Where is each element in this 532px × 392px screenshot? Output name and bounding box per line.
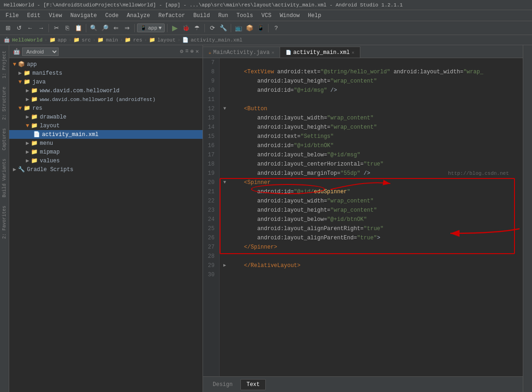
toolbar-btn-paste[interactable]: 📋 <box>73 23 84 33</box>
toolbar-btn-search2[interactable]: 🔎 <box>100 23 110 33</box>
line-num-24: 24 <box>203 215 217 224</box>
folder-icon: 📁 <box>24 78 30 85</box>
project-view-selector[interactable]: Android Project Packages <box>22 48 59 56</box>
sidebar-tab-build[interactable]: Build Variants <box>1 155 8 201</box>
tree-item-res[interactable]: ▼ 📁 res <box>9 104 203 113</box>
tree-item-mipmap[interactable]: ▶ 📁 mipmap <box>9 148 203 156</box>
sync-button[interactable]: ⟳ <box>207 23 217 33</box>
breadcrumb-app[interactable]: app <box>58 37 67 43</box>
tree-item-java[interactable]: ▼ 📁 java <box>9 77 203 86</box>
project-settings-icon[interactable]: ⚙ <box>180 48 183 55</box>
code-line-18: android:layout_centerHorizontal="true" <box>223 160 523 169</box>
tree-label-drawable: drawable <box>40 114 66 120</box>
tree-label-activity-main: activity_main.xml <box>42 131 98 138</box>
breadcrumb-main-icon: 📁 <box>97 37 104 43</box>
breadcrumb-layout[interactable]: layout <box>157 37 176 43</box>
toolbar-btn-copy[interactable]: ⎘ <box>62 23 72 33</box>
line-num-15: 15 <box>203 132 217 141</box>
line-num-9: 9 <box>203 77 217 86</box>
menu-item-edit[interactable]: Edit <box>24 12 44 20</box>
code-line-28 <box>223 252 523 261</box>
breadcrumb-src-icon: 📁 <box>73 37 80 43</box>
line-num-16: 16 <box>203 141 217 150</box>
menu-item-analyze[interactable]: Analyze <box>123 12 154 20</box>
toolbar-btn-cut[interactable]: ✂ <box>51 23 61 33</box>
project-panel: 🤖 Android Project Packages ⚙ ≡ ⊕ ✕ ▼ 📦 <box>9 45 203 392</box>
toolbar-btn-search[interactable]: 🔍 <box>89 23 99 33</box>
app-selector[interactable]: 📱 app ▼ <box>137 24 165 32</box>
debug-button[interactable]: 🐞 <box>181 23 191 33</box>
tree-item-values[interactable]: ▶ 📁 values <box>9 156 203 165</box>
code-line-12: ▼ <Button <box>223 104 523 113</box>
sdk-button[interactable]: 📦 <box>245 23 255 33</box>
menu-item-code[interactable]: Code <box>102 12 122 20</box>
line-num-17: 17 <box>203 150 217 160</box>
tab-mainactivity-label: MainActivity.java <box>213 49 269 56</box>
tree-item-activity-main[interactable]: 📄 activity_main.xml <box>9 130 203 139</box>
breadcrumb-main[interactable]: main <box>106 37 118 43</box>
code-content[interactable]: <TextView android:text="@string/hello_wo… <box>220 58 523 376</box>
project-expand-icon[interactable]: ⊕ <box>191 48 194 55</box>
tree-item-drawable[interactable]: ▶ 📁 drawable <box>9 113 203 121</box>
device-button[interactable]: 📱 <box>256 23 266 33</box>
menu-item-vcs[interactable]: VCS <box>258 12 275 20</box>
breadcrumb-file[interactable]: activity_main.xml <box>191 37 242 43</box>
breadcrumb-helloworld[interactable]: HelloWorld <box>12 37 42 43</box>
tree-item-manifests[interactable]: ▶ 📁 manifests <box>9 69 203 77</box>
project-close-icon[interactable]: ✕ <box>196 48 199 55</box>
tree-item-menu[interactable]: ▶ 📁 menu <box>9 139 203 148</box>
menu-item-tools[interactable]: Tools <box>233 12 257 20</box>
toolbar-btn-redo[interactable]: → <box>36 23 46 33</box>
help-button[interactable]: ? <box>271 23 281 33</box>
sidebar-tab-favorites[interactable]: 2: Favorites <box>1 202 8 243</box>
tab-text[interactable]: Text <box>240 379 266 390</box>
tree-item-gradle[interactable]: ▶ 🔧 Gradle Scripts <box>9 165 203 174</box>
menu-item-navigate[interactable]: Navigate <box>66 12 101 20</box>
menu-item-run[interactable]: Run <box>215 12 232 20</box>
tree-item-pkg2[interactable]: ▶ 📁 www.david.com.helloworld (androidTes… <box>9 95 203 104</box>
tree-expand-icon: ▶ <box>26 96 29 103</box>
breadcrumb-src[interactable]: src <box>82 37 91 43</box>
tab-mainactivity[interactable]: ☕ MainActivity.java ✕ <box>203 47 280 58</box>
tree-expand-icon: ▼ <box>26 123 29 129</box>
sep6 <box>231 24 231 32</box>
tree-expand-icon: ▶ <box>18 70 22 77</box>
toolbar-btn-nav2[interactable]: ⇒ <box>122 23 132 33</box>
line-num-22: 22 <box>203 196 217 206</box>
menu-item-build[interactable]: Build <box>190 12 214 20</box>
tree-item-app[interactable]: ▼ 📦 app <box>9 60 203 69</box>
tab-design[interactable]: Design <box>207 379 239 390</box>
toolbar-btn-undo[interactable]: ← <box>25 23 35 33</box>
line-num-30: 30 <box>203 270 217 279</box>
tab-close-mainactivity[interactable]: ✕ <box>271 50 274 55</box>
menu-item-help[interactable]: Help <box>304 12 325 20</box>
project-sort-icon[interactable]: ≡ <box>185 48 188 55</box>
tab-design-label: Design <box>213 381 233 388</box>
toolbar-btn-1[interactable]: ⊞ <box>3 23 13 33</box>
tree-item-layout[interactable]: ▼ 📁 layout <box>9 121 203 130</box>
watermark-text: http://blog.csdn.net <box>448 169 509 178</box>
toolbar-btn-2[interactable]: ↺ <box>14 23 24 33</box>
sep4 <box>167 24 167 32</box>
java-file-icon: ☕ <box>209 50 211 55</box>
sidebar-tab-captures[interactable]: Captures <box>1 125 8 154</box>
avd-button[interactable]: 📺 <box>233 23 244 33</box>
tab-close-activity-main[interactable]: ✕ <box>352 50 354 55</box>
line-num-18: 18 <box>203 160 217 169</box>
menu-item-refactor[interactable]: Refactor <box>155 12 189 20</box>
breadcrumb-res[interactable]: res <box>133 37 142 43</box>
tree-expand-icon: ▼ <box>18 79 22 85</box>
tree-item-pkg1[interactable]: ▶ 📁 www.david.com.helloworld <box>9 86 203 95</box>
toolbar-btn-nav[interactable]: ⇐ <box>111 23 121 33</box>
sep5 <box>204 24 205 32</box>
run-button[interactable]: ▶ <box>170 23 180 33</box>
menu-item-file[interactable]: File <box>2 12 23 20</box>
tab-activity-main[interactable]: 📄 activity_main.xml ✕ <box>280 47 360 58</box>
menu-item-window[interactable]: Window <box>276 12 303 20</box>
menu-item-view[interactable]: View <box>45 12 66 20</box>
coverage-button[interactable]: ☂ <box>192 23 202 33</box>
gradle-button[interactable]: 🔧 <box>218 23 228 33</box>
sidebar-tab-structure[interactable]: 2: Structure <box>1 83 8 124</box>
code-editor: 7 8 9 10 11 12 13 14 15 16 17 18 19 20 2… <box>203 58 523 376</box>
sidebar-tab-project[interactable]: 1: Project <box>1 47 8 82</box>
